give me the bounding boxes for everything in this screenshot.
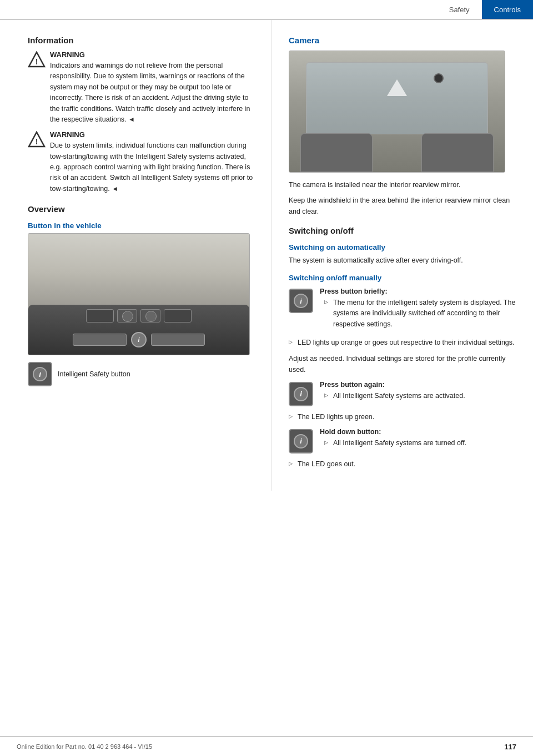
main-content: Information ! WARNING Indicators and war…	[0, 20, 533, 491]
warning-text-1: WARNING Indicators and warnings do not r…	[50, 51, 255, 125]
press-btn-inner-3: i	[294, 434, 308, 448]
vehicle-button-image	[28, 233, 250, 355]
adjust-text: Adjust as needed. Individual settings ar…	[289, 353, 516, 375]
warning-body-1: Indicators and warnings do not relieve f…	[50, 61, 255, 125]
warning-block-1: ! WARNING Indicators and warnings do not…	[28, 51, 255, 125]
seat-left	[300, 133, 373, 172]
seat-right	[421, 133, 494, 172]
vent-center-2	[140, 309, 160, 322]
press-list-item-2-0: All Intelligent Safety systems are activ…	[324, 391, 516, 401]
warning-block-2: ! WARNING Due to system limits, individu…	[28, 130, 255, 194]
footer-online-edition: Online Edition for Part no. 01 40 2 963 …	[17, 743, 152, 750]
intelligent-safety-button-row: i Intelligent Safety button	[28, 362, 255, 386]
press-section-3: i Hold down button: All Intelligent Safe…	[289, 428, 516, 453]
tab-controls[interactable]: Controls	[482, 0, 533, 19]
camera-desc-1: The camera is installed near the interio…	[289, 179, 516, 190]
vent-left	[86, 309, 114, 322]
press-bullet-2-list: The LED lights up green.	[289, 412, 516, 422]
car-vents	[56, 308, 222, 324]
press-btn-icon-2: i	[289, 382, 313, 406]
switching-title: Switching on/off	[289, 226, 516, 235]
intelligent-safety-label: Intelligent Safety button	[58, 370, 130, 378]
left-column: Information ! WARNING Indicators and war…	[0, 20, 272, 491]
vent-right	[164, 309, 192, 322]
press-list-1: The menu for the intelligent safety syst…	[324, 298, 516, 330]
press-section-2: i Press button again: All Intelligent Sa…	[289, 381, 516, 406]
camera-desc-2: Keep the windshield in the area behind t…	[289, 195, 516, 217]
right-column: Camera The camera is installed near the …	[272, 20, 533, 491]
warning-label-2: WARNING	[50, 130, 255, 139]
press-btn-icon-3: i	[289, 429, 313, 453]
information-title: Information	[28, 36, 255, 45]
vent-center	[117, 309, 137, 322]
warning-text-2: WARNING Due to system limits, individual…	[50, 130, 255, 194]
camera-image	[289, 51, 505, 173]
press-list-item-3-0: All Intelligent Safety systems are turne…	[324, 438, 516, 448]
warning-end-mark-1: ◄	[128, 115, 135, 123]
camera-arrow-indicator	[387, 79, 407, 96]
footer-page-number: 117	[504, 743, 516, 751]
warning-label-1: WARNING	[50, 51, 255, 59]
car-btn-special	[131, 332, 147, 347]
intelligent-safety-icon-inner: i	[33, 367, 47, 381]
press-content-2: Press button again: All Intelligent Safe…	[320, 381, 516, 404]
press-bullet-1: LED lights up orange or goes out respect…	[289, 337, 516, 348]
camera-windshield	[306, 62, 488, 134]
car-btn-1	[73, 334, 127, 346]
press-bullet-1-list: LED lights up orange or goes out respect…	[289, 337, 516, 348]
press-bullet-3-list: The LED goes out.	[289, 459, 516, 470]
press-label-1: Press button briefly:	[320, 288, 516, 295]
header-tabs: Safety Controls	[437, 0, 533, 19]
car-buttons-row	[73, 331, 205, 348]
overview-title: Overview	[28, 204, 255, 214]
press-btn-icon-1: i	[289, 289, 313, 313]
switching-auto-body: The system is automatically active after…	[289, 255, 516, 266]
switching-manual-title: Switching on/off manually	[289, 274, 516, 282]
svg-text:!: !	[36, 137, 38, 146]
press-btn-inner-1: i	[294, 294, 308, 308]
press-label-3: Hold down button:	[320, 428, 516, 436]
press-content-1: Press button briefly: The menu for the i…	[320, 288, 516, 332]
press-btn-inner-2: i	[294, 387, 308, 401]
warning-end-mark-2: ◄	[112, 185, 118, 193]
press-section-1: i Press button briefly: The menu for the…	[289, 288, 516, 332]
car-dashboard	[28, 305, 249, 355]
press-bullet-2: The LED lights up green.	[289, 412, 516, 422]
warning-body-2: Due to system limits, individual functio…	[50, 140, 255, 194]
camera-title: Camera	[289, 36, 516, 45]
camera-lens-dot	[434, 73, 444, 83]
button-section-title: Button in the vehicle	[28, 221, 255, 230]
overview-section: Overview Button in the vehicle	[28, 204, 255, 386]
tab-safety[interactable]: Safety	[437, 0, 482, 19]
warning-icon-2: !	[28, 131, 46, 149]
intelligent-safety-icon-box: i	[28, 362, 52, 386]
press-list-item-1-0: The menu for the intelligent safety syst…	[324, 298, 516, 330]
press-bullet-3: The LED goes out.	[289, 459, 516, 470]
car-btn-2	[151, 334, 205, 346]
svg-text:!: !	[36, 57, 38, 66]
switching-auto-title: Switching on automatically	[289, 243, 516, 251]
press-content-3: Hold down button: All Intelligent Safety…	[320, 428, 516, 451]
page-footer: Online Edition for Part no. 01 40 2 963 …	[0, 736, 533, 756]
press-list-3: All Intelligent Safety systems are turne…	[324, 438, 516, 448]
press-list-2: All Intelligent Safety systems are activ…	[324, 391, 516, 401]
press-label-2: Press button again:	[320, 381, 516, 389]
warning-icon-1: !	[28, 51, 46, 69]
page-header: Safety Controls	[0, 0, 533, 20]
